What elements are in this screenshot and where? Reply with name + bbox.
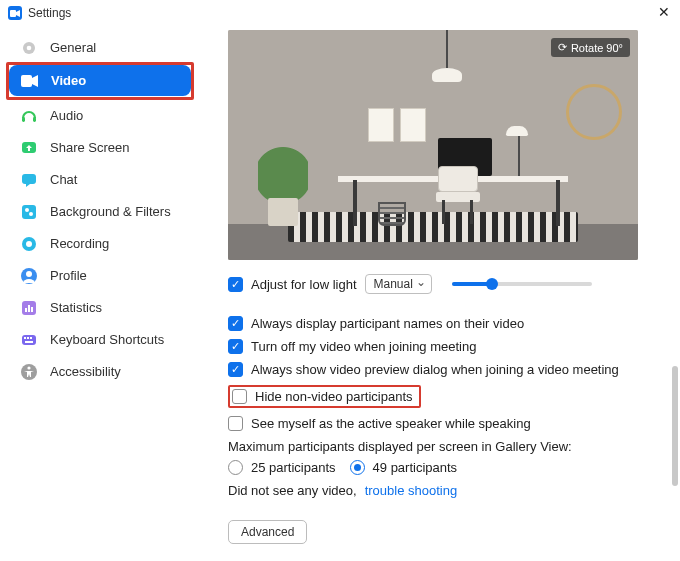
- sidebar-item-chat[interactable]: Chat: [8, 164, 192, 195]
- highlight-hide-nonvideo: Hide non-video participants: [228, 385, 421, 408]
- troubleshoot-prefix: Did not see any video,: [228, 483, 357, 498]
- svg-rect-17: [28, 305, 30, 312]
- svg-rect-19: [22, 335, 36, 345]
- svg-rect-4: [22, 117, 25, 122]
- rotate-button[interactable]: ⟳ Rotate 90°: [551, 38, 630, 57]
- sidebar-item-share-screen[interactable]: Share Screen: [8, 132, 192, 163]
- radio-25-participants[interactable]: [228, 460, 243, 475]
- sidebar-item-general[interactable]: General: [8, 32, 192, 63]
- highlight-video-tab: Video: [6, 62, 194, 100]
- svg-rect-8: [22, 205, 36, 219]
- accessibility-icon: [18, 361, 40, 383]
- video-icon: [19, 70, 41, 92]
- headphones-icon: [18, 105, 40, 127]
- opt-checkbox-preview-dialog[interactable]: [228, 362, 243, 377]
- scrollbar-thumb[interactable]: [672, 366, 678, 486]
- sidebar-item-label: Accessibility: [50, 364, 121, 379]
- opt-label: Hide non-video participants: [255, 389, 413, 404]
- chat-icon: [18, 169, 40, 191]
- radio-25-label: 25 participants: [251, 460, 336, 475]
- sidebar-item-label: Statistics: [50, 300, 102, 315]
- sidebar-item-label: Keyboard Shortcuts: [50, 332, 164, 347]
- sidebar-item-label: Background & Filters: [50, 204, 171, 219]
- close-icon[interactable]: ✕: [658, 4, 670, 20]
- window-title: Settings: [28, 6, 71, 20]
- advanced-button[interactable]: Advanced: [228, 520, 307, 544]
- titlebar: Settings ✕: [0, 0, 680, 26]
- content-area: ⟳ Rotate 90° Adjust for low light Manual…: [200, 26, 680, 561]
- svg-rect-0: [10, 10, 16, 17]
- svg-point-12: [26, 241, 32, 247]
- svg-point-14: [26, 271, 32, 277]
- keyboard-icon: [18, 329, 40, 351]
- low-light-label: Adjust for low light: [251, 277, 357, 292]
- sidebar-item-audio[interactable]: Audio: [8, 100, 192, 131]
- svg-point-2: [27, 45, 32, 50]
- sidebar-item-profile[interactable]: Profile: [8, 260, 192, 291]
- svg-rect-23: [25, 341, 33, 343]
- share-screen-icon: [18, 137, 40, 159]
- sidebar-item-recording[interactable]: Recording: [8, 228, 192, 259]
- svg-point-10: [29, 212, 33, 216]
- filters-icon: [18, 201, 40, 223]
- gear-icon: [18, 37, 40, 59]
- low-light-checkbox[interactable]: [228, 277, 243, 292]
- sidebar-item-label: Share Screen: [50, 140, 130, 155]
- opt-checkbox-display-names[interactable]: [228, 316, 243, 331]
- sidebar-item-label: Recording: [50, 236, 109, 251]
- opt-checkbox-see-myself[interactable]: [228, 416, 243, 431]
- sidebar-item-label: Profile: [50, 268, 87, 283]
- sidebar-item-accessibility[interactable]: Accessibility: [8, 356, 192, 387]
- gallery-title: Maximum participants displayed per scree…: [228, 439, 572, 454]
- opt-label: Always show video preview dialog when jo…: [251, 362, 619, 377]
- opt-checkbox-turn-off-video[interactable]: [228, 339, 243, 354]
- svg-rect-16: [25, 308, 27, 312]
- svg-rect-21: [27, 337, 29, 339]
- opt-checkbox-hide-nonvideo[interactable]: [232, 389, 247, 404]
- svg-rect-22: [30, 337, 32, 339]
- svg-rect-7: [22, 174, 36, 184]
- svg-point-25: [27, 366, 30, 369]
- scrollbar[interactable]: [672, 26, 678, 561]
- svg-rect-20: [24, 337, 26, 339]
- svg-rect-18: [31, 307, 33, 312]
- radio-49-participants[interactable]: [350, 460, 365, 475]
- svg-rect-3: [21, 75, 32, 87]
- radio-49-label: 49 participants: [373, 460, 458, 475]
- rotate-icon: ⟳: [558, 41, 567, 54]
- opt-label: See myself as the active speaker while s…: [251, 416, 531, 431]
- sidebar-item-video[interactable]: Video: [9, 65, 191, 96]
- svg-rect-5: [33, 117, 36, 122]
- app-icon: [8, 6, 22, 20]
- opt-label: Always display participant names on thei…: [251, 316, 524, 331]
- sidebar-item-background-filters[interactable]: Background & Filters: [8, 196, 192, 227]
- svg-point-9: [25, 208, 29, 212]
- sidebar-item-label: Video: [51, 73, 86, 88]
- low-light-mode-select[interactable]: Manual: [365, 274, 432, 294]
- rotate-label: Rotate 90°: [571, 42, 623, 54]
- record-icon: [18, 233, 40, 255]
- sidebar: General Video Audio Share Screen Chat Ba…: [0, 26, 200, 561]
- sidebar-item-keyboard-shortcuts[interactable]: Keyboard Shortcuts: [8, 324, 192, 355]
- low-light-slider[interactable]: [452, 282, 592, 286]
- sidebar-item-label: General: [50, 40, 96, 55]
- troubleshoot-link[interactable]: trouble shooting: [365, 483, 458, 498]
- sidebar-item-statistics[interactable]: Statistics: [8, 292, 192, 323]
- sidebar-item-label: Audio: [50, 108, 83, 123]
- video-preview: ⟳ Rotate 90°: [228, 30, 638, 260]
- profile-icon: [18, 265, 40, 287]
- statistics-icon: [18, 297, 40, 319]
- opt-label: Turn off my video when joining meeting: [251, 339, 476, 354]
- sidebar-item-label: Chat: [50, 172, 77, 187]
